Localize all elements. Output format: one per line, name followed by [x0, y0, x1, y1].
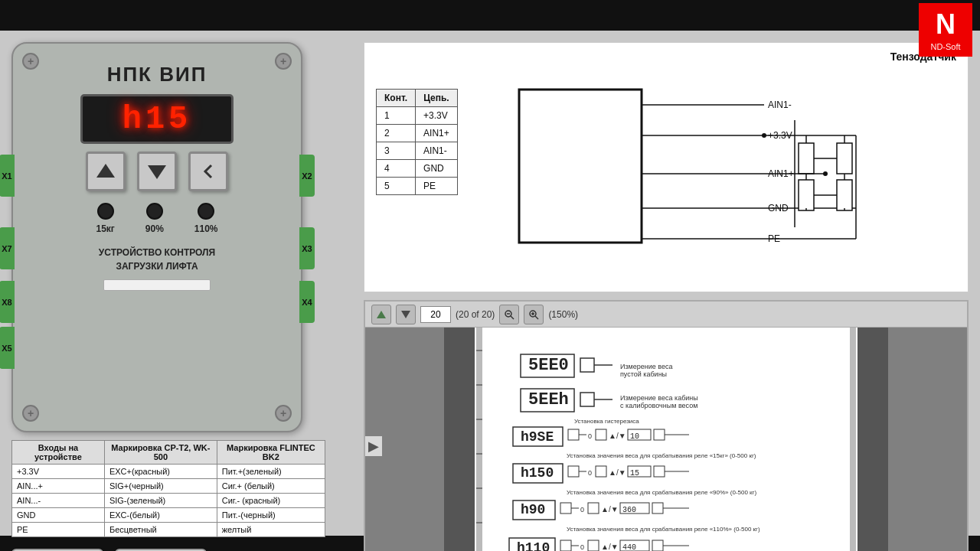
pdf-page-info: (20 of 20) [456, 309, 495, 320]
indicator-dot-2 [146, 203, 163, 220]
conn-cell: 3 [377, 142, 416, 160]
conn-cell: 1 [377, 107, 416, 125]
schematic-svg: AIN1- +3.3V AIN1+ GND PE [473, 67, 917, 281]
svg-text:5EE0: 5EE0 [528, 356, 569, 375]
conn-col-1: Конт. [377, 90, 416, 107]
table-cell: Бесцветный [104, 523, 217, 537]
pdf-page: 5EE0 Измерение веса пустой кабины 5EEh И… [444, 328, 888, 551]
conn-col-2: Цепь. [416, 90, 458, 107]
table-cell: желтый [217, 523, 325, 537]
svg-text:Измерение веса: Измерение веса [620, 363, 673, 370]
svg-rect-2 [519, 90, 642, 243]
svg-text:0: 0 [588, 469, 592, 477]
nd-soft-logo: N ND-Soft [919, 3, 972, 57]
wiring-diagram: Тензодатчик AIN1- +3.3V AIN1+ [473, 51, 956, 284]
svg-rect-43 [444, 328, 475, 551]
indicator-label-2: 90% [145, 223, 164, 234]
indicator-110: 110% [194, 203, 218, 234]
down-button[interactable] [137, 152, 177, 191]
svg-rect-20 [837, 143, 852, 174]
pdf-scroll-left[interactable]: ▶ [365, 436, 382, 456]
indicator-15kg: 15кг [96, 203, 114, 234]
table-cell: +3.3V [12, 465, 105, 479]
svg-text:▲/▼: ▲/▼ [609, 468, 626, 477]
pdf-down-button[interactable] [396, 305, 416, 324]
main-content: X1 X7 X8 X5 X2 X3 X4 НПК ВИП h15 [0, 31, 980, 536]
table-cell: AIN...+ [12, 479, 105, 494]
svg-text:Установка значения веса для ср: Установка значения веса для срабатывания… [567, 489, 757, 496]
svg-text:0: 0 [588, 432, 592, 440]
device-title: НПК ВИП [24, 63, 289, 86]
table-cell: PE [12, 523, 105, 537]
wiring-col-3: Маркировка FLINTEC BK2 [217, 441, 325, 465]
table-row: +3.3VEXC+(красный)Пит.+(зеленый) [12, 465, 325, 479]
svg-text:▲/▼: ▲/▼ [601, 505, 619, 514]
conn-cell: 5 [377, 178, 416, 195]
pdf-up-button[interactable] [371, 305, 391, 324]
connector-x3: X3 [299, 227, 315, 269]
buttons-row [24, 152, 289, 191]
pdf-zoom-in-button[interactable] [524, 305, 544, 324]
wiring-col-1: Входы на устройстве [12, 441, 105, 465]
connector-x2: X2 [299, 155, 315, 197]
pdf-content: ▶ 5EE0 Измерение веса [365, 328, 967, 551]
pdf-zoom-out-button[interactable] [499, 305, 519, 324]
table-cell: Сиг.+ (белый) [217, 479, 325, 494]
conn-cell: AIN1- [416, 142, 458, 160]
connection-table-wrapper: Конт. Цепь. 1+3.3V2AIN1+3AIN1-4GND5PE [376, 73, 458, 195]
wiring-col-2: Маркировка СР-Т2, WK-500 [104, 441, 217, 465]
conn-row: 2AIN1+ [377, 125, 458, 142]
wiring-table: Входы на устройстве Маркировка СР-Т2, WK… [11, 440, 325, 537]
screw-bl [22, 405, 39, 422]
indicators-row: 15кг 90% 110% [24, 203, 289, 234]
svg-line-40 [535, 316, 538, 319]
led-display: h15 [80, 94, 234, 144]
svg-marker-35 [401, 311, 410, 318]
indicator-dot-3 [198, 203, 214, 220]
pdf-page-input[interactable]: 20 [420, 306, 451, 323]
table-cell: Пит.+(зеленый) [217, 465, 325, 479]
svg-line-37 [511, 316, 514, 319]
svg-rect-44 [858, 328, 888, 551]
conn-row: 1+3.3V [377, 107, 458, 125]
back-button[interactable] [188, 152, 228, 191]
logo-letter: N [936, 8, 956, 41]
table-row: PEБесцветныйжелтый [12, 523, 325, 537]
svg-text:AIN1-: AIN1- [768, 99, 792, 110]
svg-text:Установка гистерезиса: Установка гистерезиса [574, 418, 639, 425]
svg-rect-21 [837, 180, 852, 210]
up-button[interactable] [86, 152, 126, 191]
svg-text:10: 10 [630, 432, 639, 441]
connector-x4: X4 [299, 281, 315, 323]
svg-text:Установка значения веса для ср: Установка значения веса для срабатывания… [567, 452, 756, 459]
top-bar [0, 0, 980, 31]
svg-text:h150: h150 [521, 465, 554, 481]
conn-table: Конт. Цепь. 1+3.3V2AIN1+3AIN1-4GND5PE [376, 89, 458, 195]
svg-text:пустой кабины: пустой кабины [620, 370, 667, 378]
conn-cell: AIN1+ [416, 125, 458, 142]
svg-marker-34 [377, 311, 386, 318]
table-cell: EXC-(белый) [104, 508, 217, 523]
conn-row: 4GND [377, 160, 458, 178]
svg-text:0: 0 [580, 543, 584, 551]
svg-marker-1 [148, 165, 166, 179]
connector-x1: X1 [0, 155, 15, 197]
table-cell: Сиг.- (красный) [217, 494, 325, 508]
conn-row: 5PE [377, 178, 458, 195]
connector-x7: X7 [0, 227, 15, 269]
diagram-section: Конт. Цепь. 1+3.3V2AIN1+3AIN1-4GND5PE Те… [364, 42, 969, 292]
right-panel: Конт. Цепь. 1+3.3V2AIN1+3AIN1-4GND5PE Те… [364, 42, 969, 524]
svg-rect-114 [850, 328, 856, 551]
pdf-viewer: 20 (20 of 20) [364, 300, 969, 551]
device-subtitle: УСТРОЙСТВО КОНТРОЛЯ ЗАГРУЗКИ ЛИФТА [24, 246, 289, 273]
screw-tl [22, 53, 39, 70]
table-cell: SIG+(черный) [104, 479, 217, 494]
svg-text:440: 440 [622, 543, 636, 551]
pdf-schematic: 5EE0 Измерение веса пустой кабины 5EEh И… [444, 328, 888, 551]
wiring-table-container: Входы на устройстве Маркировка СР-Т2, WK… [11, 440, 325, 537]
left-panel: X1 X7 X8 X5 X2 X3 X4 НПК ВИП h15 [11, 42, 348, 524]
led-value: h15 [122, 101, 192, 138]
svg-text:360: 360 [622, 506, 636, 514]
svg-text:h90: h90 [521, 502, 545, 517]
svg-rect-19 [799, 180, 814, 210]
